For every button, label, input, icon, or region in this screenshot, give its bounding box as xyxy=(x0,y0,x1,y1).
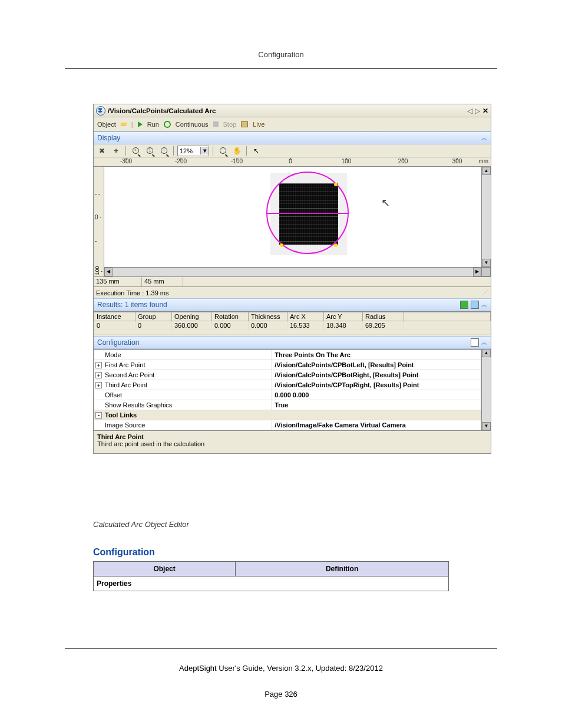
help-title: Third Arc Point xyxy=(97,433,487,440)
cell-radius: 69.205 xyxy=(363,321,404,330)
arc-diameter-line xyxy=(266,213,349,214)
config-prop-value[interactable]: 0.000 0.000 xyxy=(272,390,481,400)
live-icon[interactable] xyxy=(241,121,248,127)
config-prop-name[interactable]: Third Arc Point xyxy=(105,381,147,388)
object-menu[interactable]: Object xyxy=(97,121,116,128)
configuration-heading: Configuration xyxy=(93,547,155,558)
def-col-object: Object xyxy=(94,562,236,577)
config-prop-name[interactable]: Second Arc Point xyxy=(105,371,154,378)
close-icon[interactable]: ✕ xyxy=(482,107,488,115)
config-view-icon[interactable] xyxy=(471,338,479,347)
config-scrollbar[interactable]: ▲ ▼ xyxy=(481,349,491,430)
continuous-button[interactable]: Continuous xyxy=(176,121,209,128)
config-row[interactable]: +Third Arc Point/Vision/CalcPoints/CPTop… xyxy=(94,380,481,390)
live-button[interactable]: Live xyxy=(253,121,265,128)
scroll-right-icon[interactable]: ▶ xyxy=(473,268,481,276)
scroll-track[interactable] xyxy=(482,175,491,259)
config-prop-name[interactable]: Show Results Graphics xyxy=(105,401,172,409)
wrench-icon[interactable]: ✖ xyxy=(96,146,108,156)
expand-toggle-icon[interactable]: + xyxy=(95,382,102,388)
config-section-header[interactable]: Configuration ︽ xyxy=(94,336,491,349)
config-prop-value[interactable]: /Vision/CalcPoints/CPBotRight, [Results]… xyxy=(272,370,481,380)
col-arcx[interactable]: Arc X xyxy=(287,312,324,321)
arc-point-botleft xyxy=(280,243,283,247)
config-prop-name[interactable]: Mode xyxy=(105,351,121,358)
expand-toggle-icon[interactable]: - xyxy=(95,412,102,419)
results-section-header[interactable]: Results: 1 items found ︽ xyxy=(94,298,491,311)
ruler-unit: mm xyxy=(478,158,488,164)
config-prop-name[interactable]: Image Source xyxy=(105,421,145,429)
config-row[interactable]: ModeThree Points On The Arc xyxy=(94,350,481,360)
separator xyxy=(213,146,213,156)
tag-icon[interactable] xyxy=(120,123,127,126)
expand-toggle-icon[interactable]: + xyxy=(95,372,102,378)
col-thickness[interactable]: Thickness xyxy=(249,312,287,321)
col-opening[interactable]: Opening xyxy=(172,312,212,321)
config-prop-value[interactable]: Three Points On The Arc xyxy=(272,350,481,360)
cell-rotation: 0.000 xyxy=(212,321,249,330)
scrollbar-vertical[interactable]: ▲ ▼ xyxy=(481,167,491,267)
chevron-down-icon[interactable]: ▾ xyxy=(200,147,209,154)
scrollbar-horizontal[interactable]: ◀ ▶ xyxy=(104,267,491,276)
col-group[interactable]: Group xyxy=(135,312,172,321)
results-view-icon[interactable] xyxy=(460,301,468,309)
col-rotation[interactable]: Rotation xyxy=(212,312,249,321)
config-prop-value[interactable]: True xyxy=(272,400,481,410)
separator xyxy=(173,146,174,156)
footer-divider xyxy=(65,648,497,649)
scroll-up-icon[interactable]: ▲ xyxy=(482,167,491,175)
property-help: Third Arc Point Third arc point used in … xyxy=(94,430,491,453)
config-prop-value[interactable]: /Vision/CalcPoints/CPTopRight, [Results]… xyxy=(272,380,481,390)
collapse-icon[interactable]: ︽ xyxy=(481,338,487,347)
col-arcy[interactable]: Arc Y xyxy=(324,312,363,321)
sample-image-area xyxy=(257,167,358,262)
col-instance[interactable]: Instance xyxy=(94,312,135,321)
config-row[interactable]: +Second Arc Point/Vision/CalcPoints/CPBo… xyxy=(94,370,481,380)
continuous-icon[interactable] xyxy=(164,121,171,128)
config-prop-name[interactable]: First Arc Point xyxy=(105,361,145,368)
config-row[interactable]: -Tool Links xyxy=(94,410,481,420)
resize-grip-icon[interactable]: ⋰ xyxy=(483,290,488,296)
scroll-up-icon[interactable]: ▲ xyxy=(482,349,491,357)
config-row[interactable]: Offset0.000 0.000 xyxy=(94,390,481,400)
zoom-out-icon[interactable] xyxy=(158,146,170,156)
stop-button: Stop xyxy=(223,121,237,128)
pan-icon[interactable]: ✋ xyxy=(231,146,243,156)
scroll-down-icon[interactable]: ▼ xyxy=(482,259,491,267)
run-icon[interactable] xyxy=(138,121,143,127)
collapse-icon[interactable]: ︽ xyxy=(481,134,487,142)
zoom-region-icon[interactable] xyxy=(217,146,229,156)
results-table: Instance Group Opening Rotation Thicknes… xyxy=(94,311,491,335)
config-prop-value[interactable]: /Vision/Image/Fake Camera Virtual Camera xyxy=(272,420,481,430)
zoom-select[interactable]: 12% ▾ xyxy=(177,146,209,156)
scroll-track[interactable] xyxy=(113,268,473,276)
config-row[interactable]: Show Results GraphicsTrue xyxy=(94,400,481,410)
viewport[interactable]: ↖ xyxy=(104,167,481,267)
add-icon[interactable]: + xyxy=(110,146,122,156)
zoom-value: 12% xyxy=(178,147,200,154)
config-prop-name[interactable]: Offset xyxy=(105,391,122,398)
config-label: Configuration xyxy=(97,338,139,347)
scroll-down-icon[interactable]: ▼ xyxy=(482,422,491,430)
scroll-left-icon[interactable]: ◀ xyxy=(104,268,113,276)
run-button[interactable]: Run xyxy=(147,121,159,128)
results-row[interactable]: 0 0 360.000 0.000 0.000 16.533 18.348 69… xyxy=(94,321,491,330)
pointer-icon[interactable]: ↖ xyxy=(250,146,262,156)
ruler-vertical: - - 0 - - xyxy=(94,167,104,267)
col-radius[interactable]: Radius xyxy=(363,312,404,321)
stop-icon xyxy=(213,121,219,127)
scroll-track[interactable] xyxy=(482,357,491,422)
next-tab-icon[interactable]: ▷ xyxy=(475,107,480,115)
prev-tab-icon[interactable]: ◁ xyxy=(467,107,472,115)
expand-toggle-icon[interactable]: + xyxy=(95,362,102,368)
config-row[interactable]: +First Arc Point/Vision/CalcPoints/CPBot… xyxy=(94,360,481,370)
config-row[interactable]: Image Source/Vision/Image/Fake Camera Vi… xyxy=(94,420,481,430)
config-prop-value[interactable]: /Vision/CalcPoints/CPBotLeft, [Results] … xyxy=(272,360,481,370)
zoom-reset-icon[interactable] xyxy=(144,146,156,156)
display-section-header[interactable]: Display ︽ xyxy=(94,131,491,144)
separator xyxy=(246,146,247,156)
collapse-icon[interactable]: ︽ xyxy=(481,301,487,309)
zoom-in-icon[interactable] xyxy=(130,146,141,156)
status-cell-x: 135 mm xyxy=(94,277,142,286)
results-grid-icon[interactable] xyxy=(471,301,479,309)
